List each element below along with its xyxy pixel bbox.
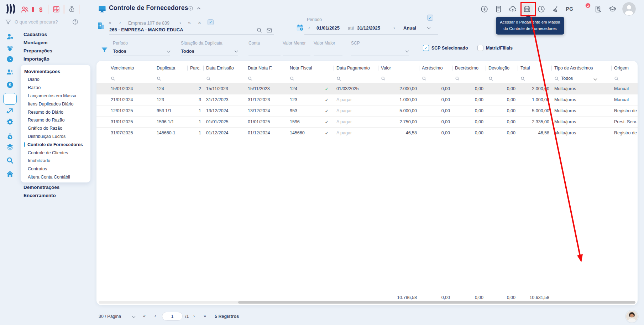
- menu-item-cadastros[interactable]: Cadastros: [23, 30, 52, 38]
- filter-funnel-icon[interactable]: [5, 19, 11, 25]
- new-document-icon[interactable]: [493, 2, 503, 16]
- tipo-filter-chevron[interactable]: [594, 77, 597, 80]
- company-first-button[interactable]: «: [109, 20, 111, 26]
- column-search-icon[interactable]: [248, 76, 252, 81]
- money-bag-icon[interactable]: $: [6, 133, 14, 140]
- entries-arrow-icon[interactable]: [6, 107, 14, 114]
- column-header-data_pagamento[interactable]: Data Pagamento: [334, 66, 378, 71]
- dollar-module-icon[interactable]: $: [37, 5, 44, 14]
- search-module-icon[interactable]: [6, 156, 14, 164]
- table-row[interactable]: 15/01/2024124215/11/202315/11/2023124✓01…: [96, 83, 638, 94]
- company-search-icon[interactable]: [256, 27, 262, 33]
- table-row[interactable]: 12/01/2025953 1/1113/12/202413/12/202495…: [96, 105, 638, 116]
- sidebar-item-razao[interactable]: Razão: [23, 84, 90, 92]
- column-search-icon[interactable]: [455, 76, 460, 81]
- time-icon[interactable]: [536, 2, 546, 16]
- table-row[interactable]: 21/01/2024123331/12/202331/12/2023123✓A …: [96, 94, 638, 105]
- filter-scp-chevron[interactable]: [405, 49, 409, 53]
- menu-section-movimentacoes[interactable]: Movimentações: [23, 67, 90, 76]
- filter-periodo-value[interactable]: Todos: [113, 48, 126, 54]
- user-config-icon[interactable]: [6, 33, 14, 41]
- page-size-chevron[interactable]: [132, 315, 136, 318]
- scp-selecionado-checkbox[interactable]: ✓: [423, 45, 429, 51]
- column-header-parc[interactable]: Parc.: [187, 66, 203, 71]
- period-mode-chevron[interactable]: [427, 26, 431, 29]
- period-checkbox[interactable]: ✓: [427, 15, 433, 21]
- table-row[interactable]: 31/01/20251596 1/1101/01/202501/01/20251…: [96, 116, 638, 127]
- column-header-total[interactable]: Total: [518, 66, 551, 71]
- audit-log-icon[interactable]: [593, 2, 603, 16]
- prev-page-button[interactable]: ‹: [155, 314, 156, 319]
- sidebar-item-contratos[interactable]: Contratos: [23, 165, 90, 173]
- column-search-icon[interactable]: [290, 76, 294, 81]
- sidebar-item-itens-duplicados-diario[interactable]: Itens Duplicados Diário: [23, 100, 90, 108]
- column-search-icon[interactable]: [381, 76, 386, 81]
- last-page-button[interactable]: »: [204, 314, 206, 319]
- column-search-icon[interactable]: [422, 76, 426, 81]
- column-header-origem[interactable]: Origem: [611, 66, 638, 71]
- column-header-decrescimo[interactable]: Decréscimo: [452, 66, 486, 71]
- period-start-date[interactable]: 01/01/2025: [316, 25, 340, 31]
- company-next-button[interactable]: ›: [179, 20, 181, 26]
- page-size-select[interactable]: 30 / Página: [99, 314, 121, 319]
- filter-periodo-chevron[interactable]: [167, 49, 171, 53]
- column-filter-data_pagamento[interactable]: [334, 76, 378, 81]
- dollar-circle-icon[interactable]: $: [6, 81, 14, 89]
- sidebar-item-controle-de-clientes[interactable]: Controle de Clientes: [23, 149, 90, 157]
- pg-icon[interactable]: PG: [565, 2, 575, 16]
- column-search-icon[interactable]: [111, 76, 115, 81]
- company-last-button[interactable]: »: [188, 20, 191, 26]
- column-header-data_emissao[interactable]: Data Emissão: [203, 66, 245, 71]
- next-page-button[interactable]: ›: [193, 314, 195, 319]
- filter-situacao-value[interactable]: Todos: [181, 48, 194, 54]
- app-logo[interactable]: [6, 4, 18, 14]
- column-filter-vencimento[interactable]: [108, 76, 154, 81]
- period-mode-select[interactable]: Anual: [403, 25, 416, 31]
- column-header-vencimento[interactable]: Vencimento: [108, 66, 154, 71]
- add-icon[interactable]: [479, 2, 489, 16]
- menu-item-montagem[interactable]: Montagem: [23, 38, 52, 47]
- company-clear-button[interactable]: ×: [198, 20, 201, 26]
- column-filter-origem[interactable]: [611, 76, 638, 81]
- table-row[interactable]: 31/07/2025145660-1101/12/202401/12/20241…: [96, 127, 638, 138]
- notifications-bell-icon[interactable]: undefined2: [579, 2, 589, 16]
- column-filter-nota_fiscal[interactable]: [287, 76, 320, 81]
- company-checkbox[interactable]: ✓: [208, 19, 214, 25]
- training-cap-icon[interactable]: [607, 2, 617, 16]
- scrollbar-thumb[interactable]: [238, 301, 635, 304]
- column-header-nota_fiscal[interactable]: Nota Fiscal: [287, 66, 320, 71]
- column-header-duplicata[interactable]: Duplicata: [154, 66, 187, 71]
- column-search-icon[interactable]: [157, 76, 161, 81]
- sidebar-item-resumo-do-razao[interactable]: Resumo do Razão: [23, 116, 90, 124]
- period-end-date[interactable]: 31/12/2025: [357, 25, 380, 31]
- sidebar-item-grafico-do-razao[interactable]: Gráfico do Razão: [23, 124, 90, 133]
- column-search-icon[interactable]: [554, 76, 559, 81]
- period-prev-button[interactable]: ‹: [308, 25, 310, 31]
- column-search-icon[interactable]: [488, 76, 493, 81]
- column-filter-devolucao[interactable]: [486, 76, 518, 81]
- moneybag-module-icon[interactable]: [68, 5, 75, 13]
- column-header-valor[interactable]: Valor: [378, 66, 419, 71]
- column-header-tipo[interactable]: Tipo de Acréscimos: [551, 66, 611, 71]
- column-filter-decrescimo[interactable]: [452, 76, 486, 81]
- sidebar-item-resumo-do-diario[interactable]: Resumo do Diário: [23, 108, 90, 116]
- column-filter-data_emissao[interactable]: [203, 76, 245, 81]
- column-header-devolucao[interactable]: Devolução: [486, 66, 518, 71]
- sidebar-item-imobilizado[interactable]: Imobilizado: [23, 157, 90, 165]
- column-filter-acrescimo[interactable]: [419, 76, 452, 81]
- period-calendar-icon[interactable]: [296, 24, 304, 32]
- tipo-filter-value[interactable]: Todos: [561, 76, 573, 81]
- column-search-icon[interactable]: [336, 76, 341, 81]
- column-filter-tipo[interactable]: Todos: [551, 76, 611, 81]
- calculator-module-icon[interactable]: [52, 5, 60, 13]
- sidebar-item-altera-conta-contabil[interactable]: Altera Conta Contábil: [23, 173, 90, 181]
- first-page-button[interactable]: «: [143, 314, 146, 319]
- menu-item-demonstracoes[interactable]: Demonstrações: [23, 183, 59, 191]
- column-header-acrescimo[interactable]: Acréscimo: [419, 66, 452, 71]
- collapse-header-chevron[interactable]: [197, 7, 201, 11]
- company-mail-icon[interactable]: [266, 27, 272, 33]
- info-icon[interactable]: [188, 6, 193, 11]
- filter-situacao-chevron[interactable]: [235, 49, 238, 53]
- cleanup-icon[interactable]: [550, 2, 560, 16]
- matriz-filiais-checkbox[interactable]: [477, 45, 483, 51]
